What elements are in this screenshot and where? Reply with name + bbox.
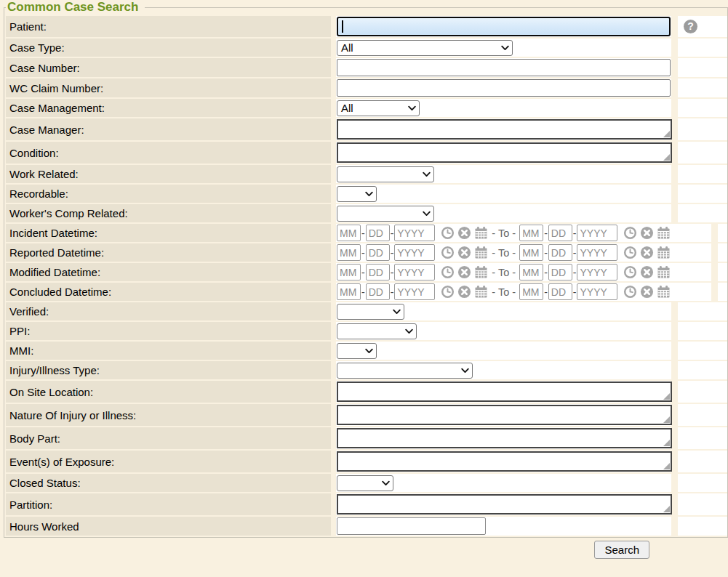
time-picker-icon[interactable]	[623, 226, 637, 240]
case-type-select[interactable]: All	[337, 40, 513, 56]
case-number-label: Case Number:	[6, 58, 331, 77]
clear-date-icon[interactable]	[640, 246, 654, 259]
mmi-select[interactable]	[337, 343, 377, 359]
patient-input[interactable]	[337, 17, 671, 36]
resize-grip[interactable]	[663, 416, 670, 423]
calendar-icon[interactable]	[474, 285, 488, 299]
month-input[interactable]	[519, 244, 543, 261]
time-picker-icon[interactable]	[441, 285, 455, 299]
closed-status-select[interactable]	[337, 475, 393, 491]
month-input[interactable]	[519, 225, 543, 241]
month-input[interactable]	[519, 264, 543, 281]
day-input[interactable]	[548, 244, 572, 261]
search-row: Search	[0, 538, 728, 559]
year-input[interactable]	[577, 264, 617, 281]
day-input[interactable]	[548, 283, 572, 300]
body-part-textarea[interactable]	[337, 428, 672, 448]
day-input[interactable]	[548, 264, 572, 281]
date-separator: -	[361, 227, 365, 239]
calendar-icon[interactable]	[474, 226, 488, 240]
partition-textarea[interactable]	[337, 494, 672, 515]
date-separator: -	[573, 247, 577, 259]
month-input[interactable]	[337, 244, 361, 261]
clear-date-icon[interactable]	[640, 265, 654, 279]
chevron-down-icon	[393, 309, 401, 315]
recordable-select[interactable]	[337, 186, 377, 202]
date-from-group: - -	[337, 283, 488, 300]
year-input[interactable]	[577, 225, 617, 241]
clear-date-icon[interactable]	[640, 285, 654, 299]
time-picker-icon[interactable]	[623, 265, 637, 279]
row-modified-datetime: Modified Datetime: - - - To - - -	[6, 263, 727, 281]
injury-illness-type-select[interactable]	[337, 363, 473, 379]
resize-grip[interactable]	[663, 393, 670, 400]
partition-cell	[336, 493, 671, 515]
resize-grip[interactable]	[663, 506, 670, 512]
month-input[interactable]	[519, 283, 543, 300]
day-input[interactable]	[548, 225, 572, 241]
body-part-cell	[336, 427, 671, 449]
resize-grip[interactable]	[663, 463, 670, 469]
spacer-cell	[678, 493, 727, 515]
year-input[interactable]	[577, 283, 617, 300]
hours-worked-input[interactable]	[337, 517, 486, 535]
year-input[interactable]	[577, 244, 617, 261]
month-input[interactable]	[337, 225, 361, 241]
workers-comp-related-select[interactable]	[337, 206, 434, 222]
work-related-select[interactable]	[337, 166, 434, 182]
calendar-icon[interactable]	[657, 246, 671, 259]
calendar-icon[interactable]	[657, 265, 671, 279]
day-input[interactable]	[366, 264, 390, 281]
month-input[interactable]	[337, 283, 361, 300]
year-input[interactable]	[394, 283, 435, 300]
condition-textarea[interactable]	[337, 142, 672, 163]
nature-of-injury-textarea[interactable]	[337, 405, 672, 425]
events-of-exposure-textarea[interactable]	[337, 451, 672, 472]
year-input[interactable]	[394, 225, 435, 241]
time-picker-icon[interactable]	[441, 246, 455, 259]
modified-datetime-label: Modified Datetime:	[6, 263, 331, 281]
day-input[interactable]	[366, 283, 390, 300]
closed-status-label: Closed Status:	[6, 474, 331, 492]
case-manager-textarea[interactable]	[337, 119, 672, 140]
ppi-select[interactable]	[337, 323, 417, 339]
day-input[interactable]	[366, 244, 390, 261]
calendar-icon[interactable]	[657, 226, 671, 240]
wc-claim-number-input[interactable]	[337, 79, 671, 97]
clear-date-icon[interactable]	[457, 246, 471, 259]
spacer-cell	[678, 185, 727, 203]
injury-illness-type-cell	[336, 361, 671, 379]
help-icon[interactable]: ?	[684, 20, 697, 33]
resize-grip[interactable]	[663, 440, 670, 446]
time-picker-icon[interactable]	[623, 246, 637, 259]
search-button[interactable]: Search	[594, 541, 649, 559]
clear-date-icon[interactable]	[457, 285, 471, 299]
year-input[interactable]	[394, 244, 435, 261]
spacer-cell	[678, 361, 727, 379]
case-management-select[interactable]: All	[337, 100, 420, 116]
clear-date-icon[interactable]	[457, 265, 471, 279]
spacer-cell	[678, 99, 727, 117]
verified-select[interactable]	[337, 304, 404, 320]
calendar-icon[interactable]	[657, 285, 671, 299]
time-picker-icon[interactable]	[441, 265, 455, 279]
spacer-cell	[678, 78, 727, 97]
row-events-of-exposure: Event(s) of Exposure:	[6, 451, 727, 472]
case-number-input[interactable]	[337, 59, 671, 76]
day-input[interactable]	[366, 225, 390, 241]
clear-date-icon[interactable]	[640, 226, 654, 240]
month-input[interactable]	[337, 264, 361, 281]
time-picker-icon[interactable]	[623, 285, 637, 299]
patient-label: Patient:	[6, 16, 331, 37]
date-separator: -	[391, 286, 394, 298]
year-input[interactable]	[394, 264, 435, 281]
time-picker-icon[interactable]	[441, 226, 455, 240]
spacer-cell	[718, 263, 727, 281]
resize-grip[interactable]	[663, 131, 670, 137]
resize-grip[interactable]	[663, 154, 670, 161]
calendar-icon[interactable]	[474, 265, 488, 279]
on-site-location-textarea[interactable]	[337, 382, 672, 402]
chevron-down-icon	[365, 191, 373, 197]
clear-date-icon[interactable]	[457, 226, 471, 240]
calendar-icon[interactable]	[474, 246, 488, 259]
